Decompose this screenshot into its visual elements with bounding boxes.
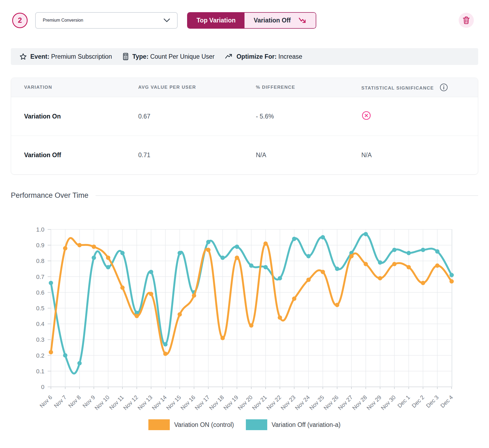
- metric-header-row: 2 Premium Conversion Top Variation Varia…: [0, 0, 489, 29]
- svg-text:0.8: 0.8: [36, 258, 44, 264]
- svg-text:0.1: 0.1: [36, 368, 44, 375]
- svg-text:Nov 29: Nov 29: [365, 394, 382, 411]
- svg-text:Nov 21: Nov 21: [251, 394, 268, 411]
- row2-difference: N/A: [245, 136, 351, 174]
- svg-text:Nov 30: Nov 30: [380, 394, 397, 411]
- type-value: Count Per Unique User: [150, 53, 215, 60]
- chart-legend: Variation ON (control) Variation Off (va…: [0, 419, 489, 430]
- legend-item-variation-off[interactable]: Variation Off (variation-a): [246, 419, 341, 430]
- svg-text:Nov 20: Nov 20: [237, 394, 254, 411]
- optimize-value: Increase: [278, 53, 302, 60]
- trend-down-icon: [298, 17, 307, 24]
- section-divider: [96, 195, 478, 196]
- trend-up-icon: [225, 54, 233, 60]
- performance-chart-container: 00.10.20.30.40.50.60.70.80.91.0Nov 6Nov …: [0, 200, 489, 430]
- svg-text:Nov 7: Nov 7: [53, 394, 68, 409]
- svg-text:0.9: 0.9: [36, 242, 44, 249]
- info-icon[interactable]: [440, 83, 448, 91]
- optimize-item: Optimize For: Increase: [225, 53, 302, 60]
- svg-text:0.4: 0.4: [36, 321, 44, 327]
- legend-item-variation-on[interactable]: Variation ON (control): [148, 419, 234, 430]
- col-difference: % DIFFERENCE: [245, 78, 351, 97]
- row1-avg-value: 0.67: [128, 97, 245, 136]
- table-header-row: VARIATION AVG VALUE PER USER % DIFFERENC…: [11, 78, 478, 97]
- top-variation-button[interactable]: Top Variation: [188, 13, 244, 28]
- svg-text:Nov 17: Nov 17: [194, 394, 211, 411]
- svg-text:Nov 22: Nov 22: [265, 394, 282, 411]
- metric-number-badge: 2: [12, 13, 28, 28]
- variation-off-swatch-icon: [246, 419, 267, 430]
- svg-text:Nov 13: Nov 13: [136, 394, 154, 411]
- svg-text:Nov 19: Nov 19: [222, 394, 239, 411]
- svg-text:Nov 15: Nov 15: [165, 394, 182, 411]
- variation-on-swatch-icon: [148, 419, 170, 430]
- variation-off-button[interactable]: Variation Off: [244, 13, 316, 28]
- performance-chart: 00.10.20.30.40.50.60.70.80.91.0Nov 6Nov …: [0, 200, 489, 419]
- col-significance: STATISTICAL SIGNIFICANCE: [351, 78, 478, 97]
- metric-dropdown[interactable]: Premium Conversion: [35, 12, 178, 29]
- not-significant-icon: [361, 111, 371, 120]
- results-table: VARIATION AVG VALUE PER USER % DIFFERENC…: [11, 78, 478, 174]
- chevron-down-icon: [164, 18, 170, 22]
- delete-metric-button[interactable]: [459, 13, 474, 28]
- event-value: Premium Subscription: [51, 53, 112, 60]
- svg-text:Nov 28: Nov 28: [351, 394, 368, 411]
- chart-section-title: Performance Over Time: [11, 191, 89, 200]
- svg-text:Nov 24: Nov 24: [294, 394, 311, 411]
- legend-label: Variation Off (variation-a): [272, 421, 341, 429]
- event-summary-bar: Event: Premium Subscription Type: Count …: [11, 48, 478, 65]
- svg-text:Nov 12: Nov 12: [122, 394, 139, 411]
- trash-icon: [462, 16, 470, 24]
- svg-text:0.3: 0.3: [36, 336, 44, 343]
- svg-text:1.0: 1.0: [36, 226, 44, 233]
- table-row: Variation Off 0.71 N/A N/A: [11, 136, 478, 174]
- svg-text:Dec 1: Dec 1: [396, 394, 411, 409]
- svg-text:0.7: 0.7: [36, 274, 44, 280]
- legend-label: Variation ON (control): [174, 421, 234, 429]
- col-avg-value: AVG VALUE PER USER: [128, 78, 245, 97]
- row2-avg-value: 0.71: [128, 136, 245, 174]
- svg-text:Nov 11: Nov 11: [108, 394, 125, 411]
- metric-panel: 2 Premium Conversion Top Variation Varia…: [0, 0, 489, 448]
- svg-text:Nov 14: Nov 14: [151, 394, 168, 411]
- row1-difference: - 5.6%: [245, 97, 351, 136]
- star-icon: [19, 53, 27, 60]
- type-item: Type: Count Per Unique User: [122, 53, 215, 60]
- svg-text:0: 0: [41, 384, 44, 390]
- variation-off-label: Variation Off: [254, 17, 291, 24]
- svg-text:Nov 8: Nov 8: [67, 394, 82, 409]
- svg-text:Nov 23: Nov 23: [279, 394, 296, 411]
- col-variation: VARIATION: [11, 78, 128, 97]
- svg-text:Nov 27: Nov 27: [337, 394, 354, 411]
- svg-text:Nov 6: Nov 6: [38, 394, 53, 409]
- variation-toggle: Top Variation Variation Off: [187, 12, 316, 29]
- event-label: Event:: [30, 53, 49, 60]
- chart-section-header: Performance Over Time: [11, 191, 478, 200]
- top-variation-label: Top Variation: [197, 17, 236, 24]
- row1-variation: Variation On: [11, 97, 128, 136]
- type-label: Type:: [132, 53, 149, 60]
- calculator-icon: [122, 53, 129, 60]
- svg-text:Dec 3: Dec 3: [425, 394, 440, 409]
- svg-text:Nov 16: Nov 16: [179, 394, 196, 411]
- svg-text:Dec 4: Dec 4: [439, 394, 454, 409]
- col-significance-label: STATISTICAL SIGNIFICANCE: [361, 85, 434, 91]
- results-table-card: VARIATION AVG VALUE PER USER % DIFFERENC…: [11, 78, 478, 174]
- event-item: Event: Premium Subscription: [19, 53, 112, 60]
- svg-text:0.5: 0.5: [36, 305, 44, 312]
- row2-variation: Variation Off: [11, 136, 128, 174]
- table-row: Variation On 0.67 - 5.6%: [11, 97, 478, 136]
- svg-text:Nov 18: Nov 18: [208, 394, 225, 411]
- row2-significance: N/A: [351, 136, 478, 174]
- svg-text:Nov 25: Nov 25: [308, 394, 325, 411]
- svg-text:0.6: 0.6: [36, 289, 44, 296]
- optimize-label: Optimize For:: [236, 53, 276, 60]
- row1-significance: [351, 97, 478, 136]
- svg-text:Dec 2: Dec 2: [410, 394, 425, 409]
- metric-dropdown-value: Premium Conversion: [43, 18, 83, 23]
- svg-text:Nov 10: Nov 10: [93, 394, 110, 411]
- svg-text:0.2: 0.2: [36, 352, 44, 359]
- svg-text:Nov 26: Nov 26: [322, 394, 340, 411]
